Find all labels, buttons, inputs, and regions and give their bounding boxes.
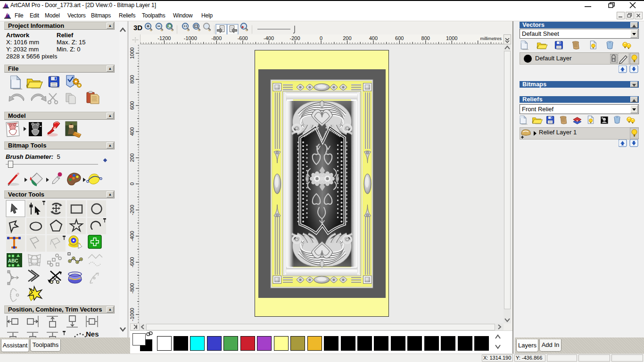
svg-text:millimetres: millimetres <box>480 36 502 41</box>
svg-text:-600: -600 <box>130 257 135 267</box>
svg-text:600: 600 <box>395 35 404 41</box>
svg-text:600: 600 <box>130 101 135 110</box>
svg-text:1000: 1000 <box>446 35 457 41</box>
svg-text:ABC: ABC <box>8 258 18 263</box>
svg-text:-800: -800 <box>211 35 222 41</box>
svg-text:-1000: -1000 <box>130 308 135 321</box>
svg-text:-400: -400 <box>130 231 135 241</box>
svg-text:-200: -200 <box>130 205 135 215</box>
svg-text:800: 800 <box>421 35 430 41</box>
svg-text:-600: -600 <box>238 35 248 41</box>
svg-text:800: 800 <box>130 75 135 83</box>
svg-text:-1000: -1000 <box>184 35 197 41</box>
svg-text:0: 0 <box>130 182 135 185</box>
svg-text:-200: -200 <box>290 35 300 41</box>
svg-text:0: 0 <box>320 35 322 41</box>
svg-text:400: 400 <box>130 127 135 136</box>
svg-text:400: 400 <box>369 35 378 41</box>
svg-text:-1200: -1200 <box>157 35 171 41</box>
svg-text:Nes: Nes <box>86 330 99 337</box>
svg-text:-400: -400 <box>264 35 274 41</box>
svg-text:200: 200 <box>130 153 135 162</box>
svg-text:200: 200 <box>343 35 351 41</box>
svg-text:1000: 1000 <box>130 48 135 59</box>
svg-text:-800: -800 <box>130 283 135 294</box>
